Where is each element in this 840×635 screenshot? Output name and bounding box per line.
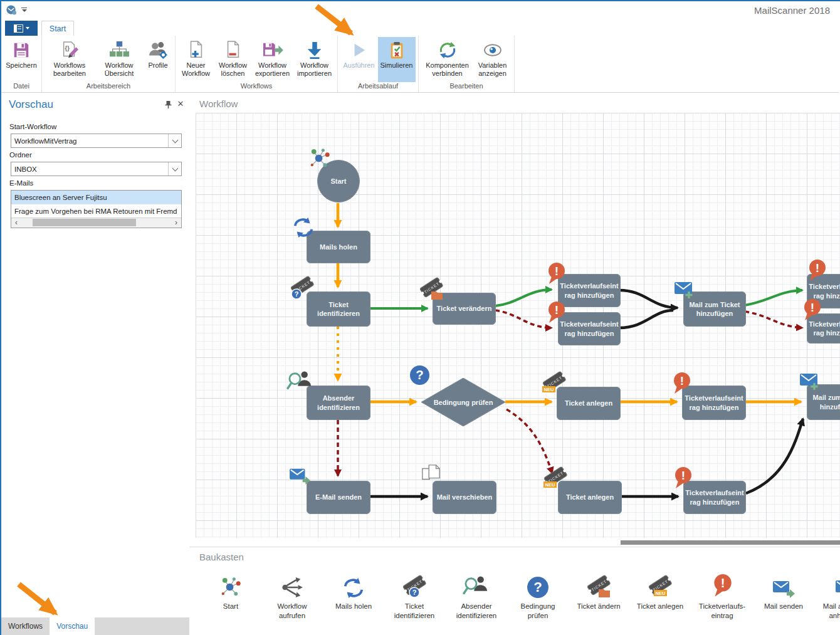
ribbon-group-bearbeiten: Komponenten verbinden Variablen anzeigen… (419, 36, 515, 92)
node-ticketverlaufseintrag-mid[interactable]: Ticketverlaufseint rag hinzufügen (682, 386, 746, 420)
workflow-loeschen-button[interactable]: Workflow löschen (215, 37, 251, 82)
tab-start[interactable]: Start (41, 21, 74, 36)
email-list-item[interactable]: Frage zum Vorgehen bei RMA Retouren mit … (11, 204, 181, 218)
node-ticket-identifizieren[interactable]: Ticket identifizieren (307, 291, 370, 327)
profile-button[interactable]: Profile (144, 37, 172, 82)
ribbon-group-arbeitsablauf: Ausführen Simulieren Arbeitsablauf (338, 36, 419, 92)
toolbox-item-ticket-anlegen[interactable]: TICKETNEU Ticket anlegen (630, 572, 690, 611)
komponenten-verbinden-button[interactable]: Komponenten verbinden (422, 37, 473, 82)
window-title: MailScanner 2018 (754, 5, 830, 16)
toolbox-item-absender-identifizieren[interactable]: Absenderidentifizieren (446, 572, 507, 621)
ribbon-group-arbeitsbereich: {} Workflows bearbeiten Workflow Übersic… (42, 36, 176, 92)
pin-icon[interactable] (164, 100, 172, 109)
envelope-send-icon (772, 572, 795, 599)
ribbon: Speichern Datei {} Workflows bearbeiten … (1, 36, 839, 93)
node-ticket-anlegen-2[interactable]: Ticket anlegen (558, 481, 622, 514)
chevron-down-icon (26, 27, 29, 29)
panel-title: Vorschau (9, 98, 53, 111)
node-ticketverlaufseintrag-2[interactable]: Ticketverlaufseint rag hinzufügen (558, 312, 621, 345)
toolbox-item-mail-senden[interactable]: Mail senden (753, 572, 814, 611)
node-ticketverlaufseintrag-1[interactable]: Ticketverlaufseint rag hinzufügen (558, 274, 621, 307)
refresh-icon (342, 572, 365, 599)
horizontal-scrollbar[interactable]: ‹ › (11, 218, 181, 228)
scroll-left-icon[interactable]: ‹ (11, 219, 21, 227)
ribbon-group-label: Bearbeiten (420, 82, 513, 92)
svg-text:!: ! (721, 576, 725, 590)
node-mails-holen[interactable]: Mails holen (307, 231, 370, 263)
export-workflow-icon (262, 39, 283, 61)
app-logo-icon (6, 4, 18, 16)
node-bedingung-pruefen[interactable]: Bedingung prüfen (421, 378, 505, 426)
tab-vorschau[interactable]: Vorschau (50, 617, 95, 635)
toolbox-item-start[interactable]: Start (201, 572, 261, 611)
start-workflow-label: Start-Workflow (9, 123, 56, 130)
workflow-importieren-button[interactable]: Workflow importieren (294, 37, 335, 82)
simulate-icon (387, 39, 406, 61)
application-window: MailScanner 2018 Start Speichern Datei (0, 0, 840, 635)
dropdown-button[interactable] (168, 134, 181, 147)
simulieren-button[interactable]: Simulieren (378, 37, 416, 82)
node-mail-zum-ticket[interactable]: Mail zum Ticket hinzufügen (683, 291, 746, 327)
scrollbar-thumb[interactable] (33, 219, 136, 226)
workflow-call-icon (280, 572, 304, 599)
import-workflow-icon (305, 39, 324, 61)
window-border-left (0, 0, 1, 635)
ticket-question-icon: TICKET? (401, 572, 428, 599)
node-mail-verschieben[interactable]: Mail verschieben (433, 481, 496, 514)
speichern-button[interactable]: Speichern (3, 37, 39, 82)
node-absender-identifizieren[interactable]: Absender identifizieren (307, 386, 370, 420)
ribbon-group-datei: Speichern Datei (1, 36, 42, 92)
workflow-overview-icon (109, 39, 129, 61)
toolbox-item-ticket-aendern[interactable]: TICKET Ticket ändern (569, 572, 629, 611)
toolbox-item-mails-holen[interactable]: Mails holen (323, 572, 384, 611)
node-ticket-anlegen-1[interactable]: Ticket anlegen (557, 387, 621, 420)
canvas-header: Workflow (199, 98, 238, 109)
scroll-right-icon[interactable]: › (171, 219, 181, 227)
ribbon-group-label: Workflows (177, 82, 336, 92)
show-variables-icon (483, 39, 503, 61)
workflow-exportieren-button[interactable]: Workflow exportieren (252, 37, 293, 82)
node-ticket-veraendern[interactable]: Ticket verändern (433, 293, 496, 325)
start-workflow-select[interactable]: WorkflowMitVertrag (11, 134, 182, 148)
ribbon-group-label: Datei (3, 82, 40, 92)
new-workflow-icon (187, 39, 206, 61)
ausfuehren-button[interactable]: Ausführen (341, 37, 377, 82)
canvas-horizontal-scrollbar[interactable] (621, 540, 840, 545)
window-border-top (0, 0, 840, 1)
tab-workflows[interactable]: Workflows (1, 617, 50, 635)
close-icon[interactable]: ✕ (176, 99, 185, 108)
exclamation-bubble-icon: ! (711, 572, 733, 599)
envelope-plus-icon (834, 572, 840, 599)
delete-workflow-icon (224, 39, 243, 61)
chevron-down-icon (172, 137, 178, 143)
ticket-new-icon: TICKETNEU (646, 572, 674, 599)
email-list-item[interactable]: Bluescreen an Server Fujitsu (11, 191, 181, 204)
toolbox-item-ticket-identifizieren[interactable]: TICKET? Ticketidentifizieren (384, 572, 444, 621)
app-menu-icon (14, 24, 23, 33)
workflow-uebersicht-button[interactable]: Workflow Übersicht (95, 37, 143, 82)
emails-label: E-Mails (9, 179, 33, 187)
svg-text:?: ? (412, 589, 417, 596)
node-mail-zum-ticket-2[interactable]: Mail zum Ticket hinzufügen (807, 384, 840, 420)
title-bar: MailScanner 2018 (0, 0, 840, 21)
workflows-bearbeiten-button[interactable]: {} Workflows bearbeiten (45, 37, 95, 82)
toolbox-item-mail-anhaengen[interactable]: Mail an Ticketanhängen (815, 572, 840, 621)
toolbox-item-ticketverlaufseintrag[interactable]: ! Ticketverlaufs-eintrag (692, 572, 752, 621)
run-icon (351, 39, 367, 61)
app-menu-button[interactable] (5, 21, 38, 36)
emails-listbox: Bluescreen an Server Fujitsu Frage zum V… (11, 190, 182, 228)
ordner-select[interactable]: INBOX (11, 162, 182, 176)
node-start[interactable]: Start (317, 160, 360, 202)
dropdown-button[interactable] (168, 162, 181, 176)
node-ticketverlaufseintrag-bottom[interactable]: Ticketverlaufseint rag hinzufügen (683, 481, 746, 514)
node-ticketverlaufseintrag-right-2[interactable]: Ticketverlaufseint rag hinzufügen (807, 313, 840, 344)
node-email-senden[interactable]: E-Mail senden (307, 481, 370, 514)
quick-access-caret-icon[interactable] (21, 8, 28, 14)
toolbox-item-bedingung-pruefen[interactable]: ? Bedingungprüfen (508, 572, 568, 621)
node-ticketverlaufseintrag-right-1[interactable]: Ticketverlaufseint rag hinzufügen (807, 274, 840, 308)
toolbox-item-workflow-aufrufen[interactable]: Workflowaufrufen (262, 572, 322, 621)
neuer-workflow-button[interactable]: Neuer Workflow (178, 37, 214, 82)
variablen-anzeigen-button[interactable]: Variablen anzeigen (474, 37, 512, 82)
edit-workflows-icon: {} (60, 39, 80, 61)
question-circle-icon: ? (527, 572, 549, 599)
